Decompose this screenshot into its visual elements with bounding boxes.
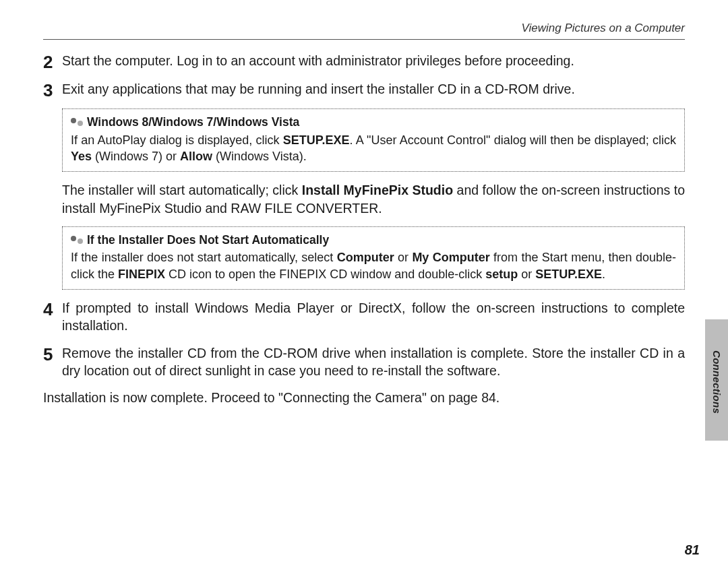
- bold: My Computer: [412, 251, 489, 264]
- text: (Windows 7) or: [92, 150, 180, 163]
- step-number: 3: [43, 80, 62, 99]
- text: (Windows Vista).: [212, 150, 307, 163]
- step-number: 5: [43, 344, 62, 363]
- note-title: Windows 8/Windows 7/Windows Vista: [71, 115, 676, 131]
- bold: FINEPIX: [118, 267, 165, 281]
- text: CD icon to open the FINEPIX CD window an…: [165, 267, 485, 281]
- step-3: 3 Exit any applications that may be runn…: [43, 80, 685, 99]
- step-4: 4 If prompted to install Windows Media P…: [43, 299, 685, 335]
- text: The installer will start automatically; …: [62, 183, 302, 197]
- tip-icon: [71, 236, 84, 245]
- step-5: 5 Remove the installer CD from the CD-RO…: [43, 344, 685, 380]
- running-header: Viewing Pictures on a Computer: [43, 22, 685, 40]
- text: If the installer does not start automati…: [71, 251, 337, 264]
- section-label: Connections: [711, 350, 723, 414]
- note-title-text: Windows 8/Windows 7/Windows Vista: [87, 115, 299, 131]
- closing-paragraph: Installation is now complete. Proceed to…: [43, 389, 685, 406]
- step-number: 2: [43, 52, 62, 71]
- bold: Install MyFinePix Studio: [302, 183, 453, 197]
- text: or: [394, 251, 413, 264]
- note-body: If the installer does not start automati…: [71, 249, 676, 282]
- bold: Computer: [337, 251, 394, 264]
- step-2: 2 Start the computer. Log in to an accou…: [43, 52, 685, 71]
- page-number: 81: [685, 542, 700, 558]
- bold: setup: [485, 267, 518, 281]
- step-text: Start the computer. Log in to an account…: [62, 52, 685, 69]
- note-title-text: If the Installer Does Not Start Automati…: [87, 232, 329, 249]
- note-box-windows-versions: Windows 8/Windows 7/Windows Vista If an …: [62, 108, 685, 172]
- bold: Allow: [180, 150, 212, 163]
- text: . A "User Account Control" dialog will t…: [350, 133, 676, 147]
- step-text: Exit any applications that may be runnin…: [62, 80, 685, 98]
- bold: SETUP.EXE: [283, 133, 350, 147]
- bold: Yes: [71, 150, 92, 163]
- step-text: If prompted to install Windows Media Pla…: [62, 299, 685, 335]
- install-paragraph: The installer will start automatically; …: [62, 181, 685, 217]
- note-title: If the Installer Does Not Start Automati…: [71, 232, 676, 249]
- text: or: [518, 267, 535, 281]
- text: If an AutoPlay dialog is displayed, clic…: [71, 133, 283, 147]
- note-body: If an AutoPlay dialog is displayed, clic…: [71, 132, 676, 165]
- bold: SETUP.EXE: [535, 267, 602, 281]
- step-number: 4: [43, 299, 62, 318]
- note-box-installer-not-start: If the Installer Does Not Start Automati…: [62, 226, 685, 290]
- manual-page: Viewing Pictures on a Computer 2 Start t…: [0, 0, 728, 407]
- tip-icon: [71, 118, 84, 127]
- text: .: [602, 267, 605, 281]
- step-text: Remove the installer CD from the CD-ROM …: [62, 344, 685, 380]
